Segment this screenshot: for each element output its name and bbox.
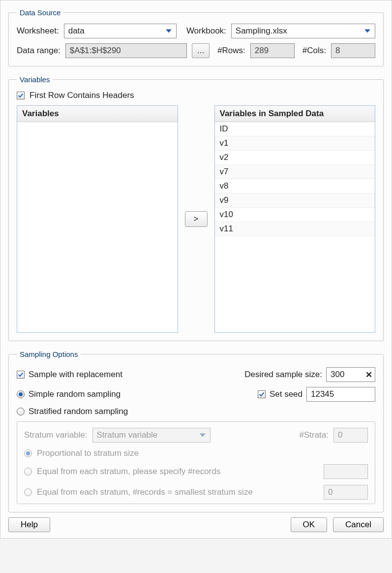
- sampled-variables-header: Variables in Sampled Data: [215, 106, 375, 122]
- first-row-headers-label: First Row Contains Headers: [30, 91, 134, 100]
- stratum-variable-dropdown: Stratum variable: [92, 428, 211, 443]
- worksheet-dropdown[interactable]: data: [64, 24, 177, 38]
- sampling-dialog: Data Source Worksheet: data Workbook: Sa…: [0, 0, 392, 539]
- equal-smallest-field: 0: [324, 485, 368, 500]
- nstrata-field: 0: [333, 428, 368, 443]
- ncols-field: 8: [331, 43, 375, 58]
- first-row-headers-checkbox[interactable]: [17, 92, 25, 99]
- worksheet-value: data: [68, 26, 85, 36]
- dialog-footer: Help OK Cancel: [8, 517, 384, 532]
- clear-icon[interactable]: ✕: [365, 370, 372, 380]
- datarange-field[interactable]: $A$1:$H$290: [65, 43, 187, 58]
- equal-smallest-label: Equal from each stratum, #records = smal…: [37, 487, 253, 497]
- workbook-value: Sampling.xlsx: [236, 26, 287, 36]
- set-seed-checkbox[interactable]: [258, 390, 266, 398]
- data-source-legend: Data Source: [17, 8, 63, 17]
- data-source-group: Data Source Worksheet: data Workbook: Sa…: [8, 8, 384, 66]
- simple-random-label: Simple random sampling: [29, 389, 121, 399]
- variables-group: Variables First Row Contains Headers Var…: [8, 75, 384, 341]
- datarange-label: Data range:: [17, 46, 60, 56]
- list-item[interactable]: v8: [215, 179, 375, 193]
- stratified-random-radio[interactable]: [17, 408, 25, 415]
- help-button[interactable]: Help: [8, 517, 50, 532]
- list-item[interactable]: v10: [215, 208, 375, 222]
- nrows-field: 289: [250, 43, 295, 58]
- sample-with-replacement-label: Sample with replacement: [29, 370, 122, 380]
- move-right-button[interactable]: >: [185, 211, 208, 227]
- stratified-options-box: Stratum variable: Stratum variable #Stra…: [17, 421, 375, 504]
- workbook-dropdown[interactable]: Sampling.xlsx: [231, 24, 375, 38]
- chevron-down-icon: [164, 27, 173, 35]
- stratum-variable-label: Stratum variable:: [24, 430, 88, 440]
- available-variables-header: Variables: [17, 106, 178, 122]
- chevron-down-icon: [363, 27, 372, 35]
- proportional-label: Proportional to stratum size: [37, 448, 139, 458]
- workbook-label: Workbook:: [186, 26, 226, 36]
- list-item[interactable]: v2: [215, 151, 375, 165]
- ok-button[interactable]: OK: [291, 517, 328, 532]
- stratum-variable-placeholder: Stratum variable: [97, 430, 158, 440]
- worksheet-label: Worksheet:: [17, 26, 59, 36]
- list-item[interactable]: v11: [215, 222, 375, 236]
- seed-input[interactable]: [306, 387, 375, 402]
- proportional-radio: [24, 449, 32, 457]
- equal-specify-input: [324, 464, 368, 479]
- sample-with-replacement-checkbox[interactable]: [17, 371, 25, 379]
- available-variables-list[interactable]: Variables: [17, 105, 178, 333]
- desired-sample-size-label: Desired sample size:: [244, 370, 322, 380]
- variables-legend: Variables: [17, 75, 53, 84]
- nstrata-label: #Strata:: [299, 430, 329, 440]
- equal-smallest-radio: [24, 488, 32, 496]
- stratified-random-label: Stratified random sampling: [29, 407, 128, 416]
- sampled-variables-list[interactable]: Variables in Sampled Data IDv1v2v7v8v9v1…: [214, 105, 376, 333]
- list-item[interactable]: v1: [215, 136, 375, 151]
- chevron-down-icon: [198, 431, 207, 440]
- equal-specify-radio: [24, 468, 32, 476]
- sampling-options-group: Sampling Options Sample with replacement…: [8, 350, 384, 512]
- move-right-label: >: [194, 214, 199, 224]
- list-item[interactable]: ID: [215, 122, 375, 136]
- set-seed-label: Set seed: [270, 389, 302, 399]
- datarange-browse-button[interactable]: ...: [192, 43, 210, 58]
- ncols-label: #Cols:: [302, 46, 326, 56]
- simple-random-radio[interactable]: [17, 390, 25, 398]
- cancel-button[interactable]: Cancel: [333, 517, 384, 532]
- nrows-label: #Rows:: [217, 46, 245, 56]
- list-item[interactable]: v7: [215, 165, 375, 179]
- sampling-options-legend: Sampling Options: [17, 350, 81, 358]
- list-item[interactable]: v9: [215, 193, 375, 208]
- equal-specify-label: Equal from each stratum, please specify …: [37, 467, 220, 477]
